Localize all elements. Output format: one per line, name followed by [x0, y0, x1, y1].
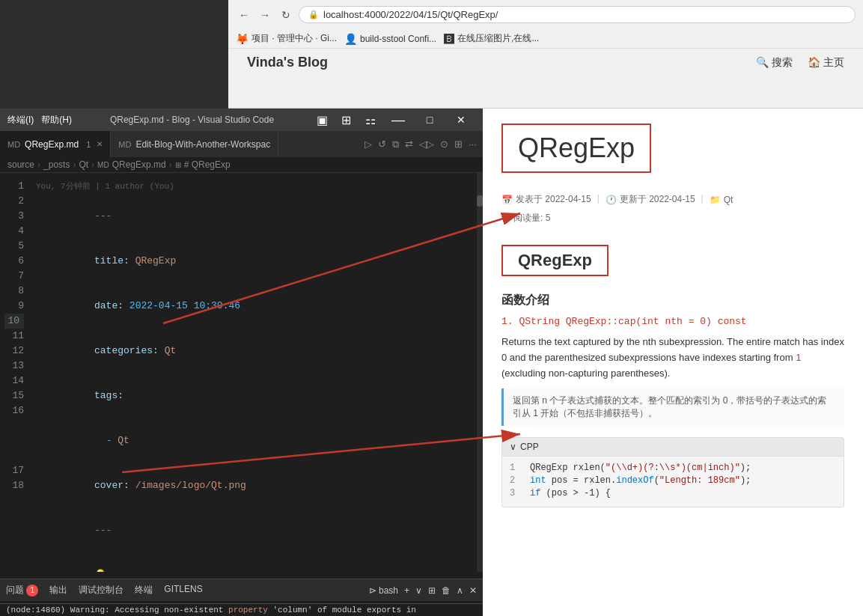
maximize-button[interactable]: □ [415, 109, 444, 130]
menu-help[interactable]: 帮助(H) [41, 114, 72, 126]
scrollbar[interactable] [477, 173, 483, 572]
terminal-close-icon[interactable]: ✕ [469, 585, 477, 596]
bc-source[interactable]: source [7, 159, 34, 170]
gitlab-icon: 🦊 [236, 33, 248, 45]
layout-icon2[interactable]: ⊞ [336, 109, 357, 130]
yaml-separator-end: --- [94, 525, 112, 536]
git-annotation-1: You, 7分钟前 | 1 author (You) [28, 179, 483, 194]
split-editor-icon[interactable]: ⊞ [454, 138, 463, 150]
run-icon[interactable]: ▷ [365, 138, 372, 150]
yaml-separator: --- [94, 210, 112, 222]
clock-icon: 🕐 [606, 195, 617, 205]
history-icon[interactable]: ↺ [378, 138, 386, 150]
tab-qregexp[interactable]: MD QRegExp.md 1 ✕ [0, 131, 111, 157]
split-terminal-icon[interactable]: ⊞ [428, 585, 436, 596]
compare-icon[interactable]: ⇄ [405, 138, 413, 150]
navigate-icon[interactable]: ◁▷ [419, 138, 434, 150]
blog-site-title: Vinda's Blog [247, 55, 328, 70]
window-controls: ▣ ⊞ ⚏ — □ ✕ [312, 109, 475, 130]
close-button[interactable]: ✕ [447, 109, 475, 130]
article-title-section: QRegExp [501, 123, 844, 184]
property-highlight: property [228, 606, 268, 615]
bc-file[interactable]: QRegExp.md [112, 159, 166, 170]
refresh-button[interactable]: ↻ [278, 7, 294, 23]
bookmark-gitlab[interactable]: 🦊 项目 · 管理中心 · Gi... [236, 32, 337, 45]
article-h1-text: QRegExp [518, 251, 592, 269]
bookmark-compress-label: 在线压缩图片,在线... [457, 32, 539, 45]
tab-terminal[interactable]: 终端 [135, 584, 153, 597]
minimize-button[interactable]: — [384, 109, 412, 130]
blog-site-header: Vinda's Blog 🔍 搜索 🏠 主页 [228, 48, 863, 76]
bc-section[interactable]: # QRegExp [184, 159, 231, 170]
home-link[interactable]: 🏠 主页 [808, 56, 844, 70]
yaml-val-cover: /images/logo/Qt.png [135, 480, 246, 491]
code-line-3[interactable]: date: 2022-04-15 10:30:46 [28, 284, 483, 329]
yaml-key-title: title [94, 255, 123, 266]
bc-sep1: › [37, 159, 40, 170]
tab-edit-blog[interactable]: MD Edit-Blog-With-Another-Workspac [111, 131, 278, 157]
code-line-9[interactable]: 💡 [28, 553, 483, 572]
code-line-1[interactable]: --- [28, 194, 483, 239]
code-line-7[interactable]: cover: /images/logo/Qt.png [28, 463, 483, 508]
terminal-more-icon[interactable]: ∨ [415, 585, 422, 596]
browser-chrome: ← → ↻ 🔒 localhost:4000/2022/04/15/Qt/QRe… [228, 0, 863, 109]
cpp-line-1: 1 QRegExp rxlen("(\\d+)(?:\\s*)(cm|inch)… [510, 463, 836, 473]
eye-icon: 👁 [501, 213, 510, 224]
bookmark-compress[interactable]: 🅱 在线压缩图片,在线... [444, 32, 539, 45]
category-val: Qt [724, 195, 734, 205]
search-icon[interactable]: 🔍 搜索 [756, 56, 793, 70]
delete-terminal-icon[interactable]: 🗑 [442, 585, 451, 596]
bookmark-bar: 🦊 项目 · 管理中心 · Gi... 👤 build-sstool Confi… [228, 29, 863, 48]
tab-close-x[interactable]: ✕ [97, 140, 103, 148]
scrollbar-thumb[interactable] [477, 195, 483, 207]
code-line-6[interactable]: - Qt [28, 418, 483, 463]
vscode-titlebar: 终端(I) 帮助(H) QRegExp.md - Blog - Visual S… [0, 109, 483, 131]
add-terminal-icon[interactable]: + [404, 585, 409, 596]
bc-qt[interactable]: Qt [79, 159, 88, 170]
tab-debug-console[interactable]: 调试控制台 [79, 584, 123, 597]
bookmark-build[interactable]: 👤 build-sstool Confi... [344, 33, 436, 45]
tab-gitlens[interactable]: GITLENS [164, 584, 202, 597]
yaml-key-cover: cover [94, 480, 123, 491]
update-date: 更新于 2022-04-15 [620, 193, 695, 206]
cpp-line-2: 2 int pos = rxlen.indexOf("Length: 189cm… [510, 475, 836, 486]
cpp-code-line-1: QRegExp rxlen("(\\d+)(?:\\s*)(cm|inch)")… [530, 463, 751, 473]
yaml-colon: : [123, 255, 135, 266]
address-bar[interactable]: 🔒 localhost:4000/2022/04/15/Qt/QRegExp/ [299, 6, 856, 23]
lock-icon: 🔒 [308, 10, 319, 19]
split-icon[interactable]: ⧉ [392, 138, 399, 150]
vscode-editor: 1 2 3 4 5 6 7 8 9 10 11 12 13 14 15 16 1… [0, 173, 483, 572]
code-line-8[interactable]: --- [28, 508, 483, 553]
layout-icon1[interactable]: ▣ [312, 109, 333, 130]
tab-close-icon[interactable]: 1 [86, 140, 91, 149]
code-content: You, 7分钟前 | 1 author (You) --- title: QR… [28, 173, 483, 572]
tab-output[interactable]: 输出 [49, 584, 67, 597]
tab-problems[interactable]: 问题 1 [6, 584, 38, 597]
tab-qregexp-label: QRegExp.md [25, 139, 79, 150]
bookmark-build-label: build-sstool Confi... [360, 34, 436, 44]
bookmark-gitlab-label: 项目 · 管理中心 · Gi... [251, 32, 337, 45]
article-heading-box: QRegExp [501, 245, 609, 276]
yaml-val-date: 2022-04-15 10:30:46 [129, 300, 240, 311]
breadcrumb: source › _posts › Qt › MD QRegExp.md › ⊞… [0, 157, 483, 173]
article-h1-section: QRegExp [501, 234, 844, 284]
code-line-2[interactable]: title: QRegExp [28, 239, 483, 284]
terminal-up-icon[interactable]: ∧ [457, 585, 463, 596]
layout-icon3[interactable]: ⚏ [360, 109, 381, 130]
bc-sep2: › [73, 159, 76, 170]
translation-text: 返回第 n 个子表达式捕获的文本。整个匹配的索引为 0，带括号的子表达式的索引从… [513, 395, 826, 418]
code-line-5[interactable]: tags: [28, 373, 483, 418]
tab-md-icon: MD [7, 140, 20, 149]
bc-sep3: › [91, 159, 94, 170]
back-button[interactable]: ← [236, 7, 252, 23]
menu-terminal[interactable]: 终端(I) [7, 114, 34, 126]
forward-button[interactable]: → [257, 7, 273, 23]
calendar-icon: 📅 [501, 195, 513, 205]
cpp-code-line-2: int pos = rxlen.indexOf("Length: 189cm")… [530, 475, 751, 486]
more-actions-icon[interactable]: ··· [469, 138, 477, 150]
chevron-down-icon: ∨ [510, 442, 516, 452]
code-line-4[interactable]: categories: Qt [28, 329, 483, 373]
yaml-val-title: QRegExp [135, 255, 177, 266]
preview-icon[interactable]: ⊙ [440, 138, 448, 150]
bc-posts[interactable]: _posts [43, 159, 70, 170]
